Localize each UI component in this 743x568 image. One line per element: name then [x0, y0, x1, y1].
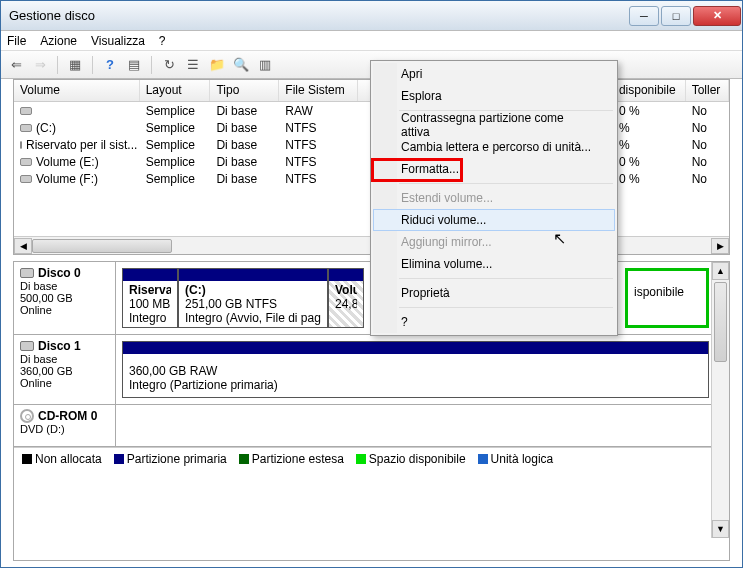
ctx-properties[interactable]: Proprietà: [373, 282, 615, 304]
volume-icon: [20, 158, 32, 166]
back-icon[interactable]: ⇐: [7, 56, 25, 74]
scroll-thumb[interactable]: [32, 239, 172, 253]
partition-free[interactable]: isponibile: [625, 268, 709, 328]
cdrom-icon: [20, 409, 34, 423]
forward-icon[interactable]: ⇒: [31, 56, 49, 74]
refresh-icon[interactable]: ↻: [160, 56, 178, 74]
ctx-help[interactable]: ?: [373, 311, 615, 333]
view-icon[interactable]: ▤: [125, 56, 143, 74]
context-menu: Apri Esplora Contrassegna partizione com…: [370, 60, 618, 336]
col-avail[interactable]: disponibile: [613, 80, 686, 101]
window-title: Gestione disco: [9, 8, 628, 23]
legend: Non allocata Partizione primaria Partizi…: [14, 447, 729, 469]
ctx-shrink[interactable]: Riduci volume...: [373, 209, 615, 231]
partition-c[interactable]: (C:)251,00 GB NTFSIntegro (Avvio, File d…: [178, 268, 328, 328]
properties-icon[interactable]: ▦: [66, 56, 84, 74]
partition-reserved[interactable]: Riserva100 MBIntegro: [122, 268, 178, 328]
partition-vol[interactable]: Volu24,8: [328, 268, 364, 328]
col-fs[interactable]: File Sistem: [279, 80, 358, 101]
volume-icon: [20, 141, 22, 149]
folder-icon[interactable]: 📁: [208, 56, 226, 74]
ctx-change-letter[interactable]: Cambia lettera e percorso di unità...: [373, 136, 615, 158]
col-type[interactable]: Tipo: [210, 80, 279, 101]
scan-icon[interactable]: 🔍: [232, 56, 250, 74]
volume-icon: [20, 175, 32, 183]
menu-action[interactable]: Azione: [40, 34, 77, 48]
volume-icon: [20, 124, 32, 132]
scroll-thumb-v[interactable]: [714, 282, 727, 362]
disk-1-row[interactable]: Disco 1 Di base 360,00 GB Online 360,00 …: [14, 335, 729, 405]
ctx-open[interactable]: Apri: [373, 63, 615, 85]
chart-icon[interactable]: ▥: [256, 56, 274, 74]
col-volume[interactable]: Volume: [14, 80, 140, 101]
scroll-down-icon[interactable]: ▼: [712, 520, 729, 538]
ctx-mark-active[interactable]: Contrassegna partizione come attiva: [373, 114, 615, 136]
ctx-extend: Estendi volume...: [373, 187, 615, 209]
scroll-left-icon[interactable]: ◀: [14, 238, 32, 254]
partition-disk1[interactable]: 360,00 GB RAWIntegro (Partizione primari…: [122, 341, 709, 398]
v-scrollbar[interactable]: ▲ ▼: [711, 262, 729, 538]
menu-help[interactable]: ?: [159, 34, 166, 48]
col-layout[interactable]: Layout: [140, 80, 211, 101]
ctx-delete[interactable]: Elimina volume...: [373, 253, 615, 275]
minimize-button[interactable]: [629, 6, 659, 26]
cdrom-row[interactable]: CD-ROM 0 DVD (D:): [14, 405, 729, 447]
disk-icon: [20, 268, 34, 278]
maximize-button[interactable]: [661, 6, 691, 26]
disk-icon: [20, 341, 34, 351]
ctx-mirror: Aggiungi mirror...: [373, 231, 615, 253]
close-button[interactable]: [693, 6, 741, 26]
help-icon[interactable]: ?: [101, 56, 119, 74]
titlebar[interactable]: Gestione disco: [1, 1, 742, 31]
col-tol[interactable]: Toller: [686, 80, 729, 101]
menubar: File Azione Visualizza ?: [1, 31, 742, 51]
settings-icon[interactable]: ☰: [184, 56, 202, 74]
scroll-right-icon[interactable]: ▶: [711, 238, 729, 254]
ctx-format[interactable]: Formatta...: [373, 158, 615, 180]
menu-file[interactable]: File: [7, 34, 26, 48]
scroll-up-icon[interactable]: ▲: [712, 262, 729, 280]
ctx-explore[interactable]: Esplora: [373, 85, 615, 107]
volume-icon: [20, 107, 32, 115]
menu-view[interactable]: Visualizza: [91, 34, 145, 48]
